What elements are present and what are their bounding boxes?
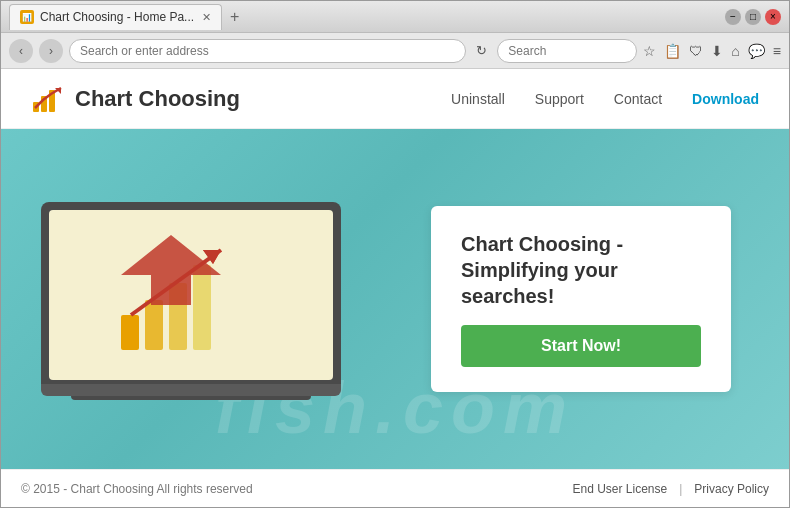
- nav-link-contact[interactable]: Contact: [614, 91, 662, 107]
- footer-links: End User License | Privacy Policy: [572, 482, 769, 496]
- window-controls: − □ ×: [725, 9, 781, 25]
- cta-title: Chart Choosing - Simplifying your search…: [461, 231, 701, 309]
- back-button[interactable]: ‹: [9, 39, 33, 63]
- chart-svg: [101, 225, 281, 365]
- cta-box: Chart Choosing - Simplifying your search…: [431, 206, 731, 392]
- laptop-illustration: [41, 202, 391, 396]
- address-input[interactable]: [69, 39, 466, 63]
- footer-link-eula[interactable]: End User License: [572, 482, 667, 496]
- menu-icon[interactable]: ≡: [773, 43, 781, 59]
- tab-title: Chart Choosing - Home Pa...: [40, 10, 194, 24]
- bookmark-star-icon[interactable]: ☆: [643, 43, 656, 59]
- toolbar-icons: ☆ 📋 🛡 ⬇ ⌂ 💬 ≡: [643, 43, 781, 59]
- chat-icon[interactable]: 💬: [748, 43, 765, 59]
- refresh-button[interactable]: ↻: [472, 41, 491, 60]
- search-input[interactable]: [497, 39, 637, 63]
- laptop-screen-outer: [41, 202, 341, 384]
- bookmarks-icon[interactable]: 📋: [664, 43, 681, 59]
- website-content: Chart Choosing Uninstall Support Contact…: [1, 69, 789, 507]
- home-icon[interactable]: ⌂: [731, 43, 739, 59]
- download-icon[interactable]: ⬇: [711, 43, 723, 59]
- tab-close-button[interactable]: ✕: [202, 11, 211, 24]
- addressbar: ‹ › ↻ ☆ 📋 🛡 ⬇ ⌂ 💬 ≡: [1, 33, 789, 69]
- svg-rect-4: [121, 315, 139, 350]
- forward-button[interactable]: ›: [39, 39, 63, 63]
- start-now-button[interactable]: Start Now!: [461, 325, 701, 367]
- laptop-screen-inner: [49, 210, 333, 380]
- browser-window: 📊 Chart Choosing - Home Pa... ✕ + − □ × …: [0, 0, 790, 508]
- svg-rect-5: [145, 300, 163, 350]
- site-logo: Chart Choosing: [31, 84, 240, 114]
- new-tab-button[interactable]: +: [230, 8, 239, 26]
- site-nav-links: Uninstall Support Contact Download: [451, 91, 759, 107]
- shield-icon[interactable]: 🛡: [689, 43, 703, 59]
- close-button[interactable]: ×: [765, 9, 781, 25]
- svg-rect-7: [193, 265, 211, 350]
- tab-favicon: 📊: [20, 10, 34, 24]
- browser-tab[interactable]: 📊 Chart Choosing - Home Pa... ✕: [9, 4, 222, 30]
- nav-link-uninstall[interactable]: Uninstall: [451, 91, 505, 107]
- logo-text: Chart Choosing: [75, 86, 240, 112]
- logo-icon: [31, 84, 67, 114]
- site-nav: Chart Choosing Uninstall Support Contact…: [1, 69, 789, 129]
- laptop-base: [41, 384, 341, 396]
- maximize-button[interactable]: □: [745, 9, 761, 25]
- hero-section: fish.com: [1, 129, 789, 469]
- footer-separator: |: [679, 482, 682, 496]
- nav-link-support[interactable]: Support: [535, 91, 584, 107]
- laptop: [41, 202, 341, 396]
- minimize-button[interactable]: −: [725, 9, 741, 25]
- footer-link-privacy[interactable]: Privacy Policy: [694, 482, 769, 496]
- nav-link-download[interactable]: Download: [692, 91, 759, 107]
- footer-copyright: © 2015 - Chart Choosing All rights reser…: [21, 482, 253, 496]
- titlebar: 📊 Chart Choosing - Home Pa... ✕ + − □ ×: [1, 1, 789, 33]
- site-footer: © 2015 - Chart Choosing All rights reser…: [1, 469, 789, 507]
